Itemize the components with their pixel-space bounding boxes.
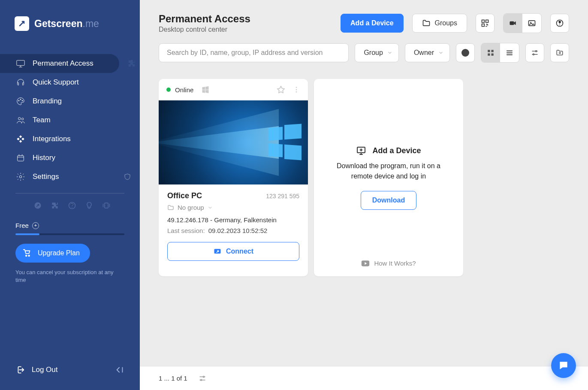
logout-label: Log Out	[32, 366, 58, 374]
plan-name: Free +	[15, 222, 124, 229]
svg-rect-10	[105, 203, 108, 208]
owner-dropdown[interactable]: Owner	[405, 43, 450, 62]
sidebar-item-label: Settings	[33, 172, 59, 181]
svg-point-25	[296, 89, 297, 91]
plus-icon[interactable]: +	[32, 222, 39, 229]
svg-rect-19	[492, 50, 494, 52]
groups-label: Groups	[435, 19, 457, 27]
more-icon[interactable]	[292, 86, 300, 94]
windows-icon	[201, 85, 210, 94]
star-icon[interactable]	[276, 85, 286, 94]
shield-icon	[124, 173, 131, 181]
page-title: Permanent Access	[159, 13, 332, 25]
qr-add-button[interactable]	[476, 14, 495, 33]
download-label: Download	[372, 197, 405, 204]
how-it-works-link[interactable]: How It Works?	[314, 260, 463, 267]
svg-point-4	[18, 118, 21, 120]
devices-icon[interactable]	[102, 201, 111, 210]
list-view-toggle[interactable]	[500, 43, 519, 62]
add-device-label: Add a Device	[350, 19, 393, 27]
filter-sliders-button[interactable]	[525, 43, 544, 62]
svg-rect-13	[482, 24, 485, 27]
svg-point-22	[536, 51, 537, 52]
device-status-text: Online	[175, 86, 193, 94]
svg-rect-20	[488, 54, 490, 56]
qr-icon	[481, 19, 489, 27]
owner-dropdown-label: Owner	[414, 49, 434, 57]
sidebar-item-integrations[interactable]: Integrations	[0, 130, 140, 148]
video-play-icon	[361, 260, 370, 267]
svg-point-35	[200, 379, 202, 381]
device-group-selector[interactable]: No group	[167, 204, 299, 211]
help-icon	[555, 19, 564, 27]
sidebar-toolbar	[0, 199, 140, 210]
svg-rect-30	[284, 145, 302, 160]
sliders-icon	[199, 375, 206, 382]
main: Permanent Access Desktop control center …	[140, 0, 588, 390]
sidebar-item-permanent-access[interactable]: Permanent Access	[0, 54, 119, 73]
device-card-body: Office PC 123 291 595 No group 49.12.246…	[159, 184, 308, 269]
plan-progress	[15, 233, 124, 235]
device-status: Online	[166, 85, 210, 94]
help-circle-icon[interactable]	[68, 201, 76, 210]
screen-share-icon	[213, 247, 222, 256]
sidebar-item-history[interactable]: History	[0, 148, 140, 167]
sidebar-item-label: Integrations	[33, 135, 71, 143]
sidebar-item-team[interactable]: Team	[0, 111, 140, 130]
arrow-circle-icon[interactable]	[33, 201, 42, 210]
list-icon	[506, 49, 513, 57]
chat-icon	[558, 360, 569, 371]
svg-point-23	[533, 54, 534, 55]
how-it-works-label: How It Works?	[374, 260, 416, 267]
logout-button[interactable]: Log Out	[15, 365, 58, 375]
connect-button[interactable]: Connect	[167, 242, 299, 261]
upgrade-plan-button[interactable]: Upgrade Plan	[15, 244, 90, 263]
chevron-down-icon	[208, 205, 213, 210]
puzzle-small-icon[interactable]	[51, 201, 59, 210]
sidebar-item-settings[interactable]: Settings	[0, 167, 140, 186]
download-button[interactable]: Download	[361, 191, 416, 210]
brand-logo[interactable]: Getscreen.me	[0, 0, 140, 44]
groups-button[interactable]: Groups	[412, 14, 467, 33]
sidebar-item-label: Quick Support	[33, 78, 79, 87]
svg-point-26	[296, 91, 297, 93]
svg-point-1	[18, 100, 19, 101]
bulb-icon[interactable]	[85, 201, 93, 210]
search-input[interactable]	[159, 43, 349, 62]
footer-bar: 1 ... 1 of 1	[140, 366, 588, 390]
puzzle-icon	[127, 59, 136, 68]
help-button[interactable]	[550, 14, 569, 33]
upgrade-hint: You can cancel your subscription at any …	[15, 269, 124, 284]
footer-filter-button[interactable]	[199, 375, 206, 382]
image-toggle[interactable]	[522, 14, 541, 33]
chat-bubble-button[interactable]	[551, 353, 576, 378]
svg-rect-14	[510, 21, 514, 25]
team-icon	[15, 115, 26, 125]
sidebar-item-branding[interactable]: Branding	[0, 92, 140, 111]
filter-bar: Group Owner	[140, 33, 588, 63]
grid-view-toggle[interactable]	[481, 43, 500, 62]
svg-point-7	[19, 175, 22, 178]
grid-icon	[487, 49, 495, 57]
device-name: Office PC	[167, 191, 202, 200]
import-button[interactable]	[550, 43, 569, 62]
upgrade-plan-label: Upgrade Plan	[38, 249, 80, 257]
device-card: Online	[159, 79, 308, 276]
sidebar-item-quick-support[interactable]: Quick Support	[0, 73, 140, 92]
device-thumbnail[interactable]	[159, 100, 308, 184]
add-device-button[interactable]: Add a Device	[341, 14, 403, 33]
group-dropdown[interactable]: Group	[355, 43, 398, 62]
chevron-down-icon	[438, 50, 443, 55]
svg-rect-11	[482, 20, 485, 23]
folder-icon	[422, 19, 431, 27]
collapse-sidebar-icon[interactable]	[115, 365, 124, 375]
device-card-header: Online	[159, 79, 308, 100]
svg-rect-27	[268, 127, 283, 141]
svg-rect-21	[492, 54, 494, 56]
integrations-icon	[15, 134, 26, 144]
status-filter-button[interactable]	[456, 43, 475, 62]
brand-text: Getscreen.me	[34, 18, 99, 30]
video-toggle[interactable]	[504, 14, 522, 33]
history-icon	[15, 153, 26, 163]
plan-section: Free + Upgrade Plan You can cancel your …	[0, 210, 140, 284]
